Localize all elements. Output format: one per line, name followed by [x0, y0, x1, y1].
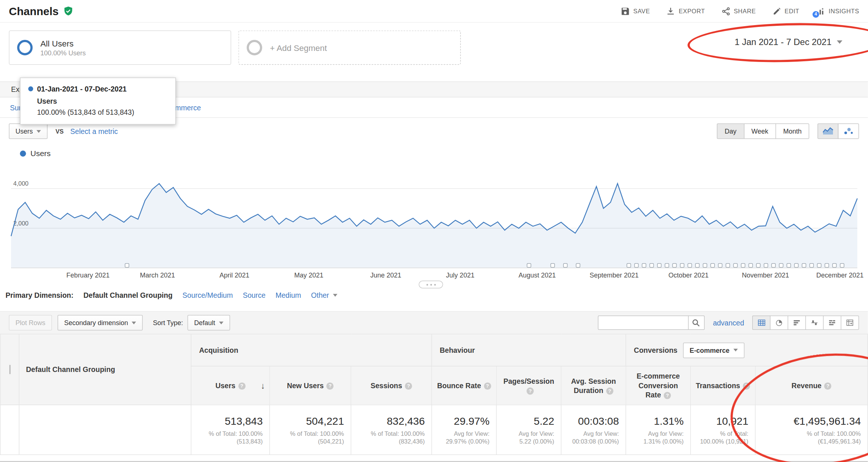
chevron-down-icon	[733, 349, 738, 352]
column-header-avg-session-duration[interactable]: Avg. Session Duration	[561, 366, 626, 405]
insights-button[interactable]: 4 INSIGHTS	[816, 7, 859, 15]
performance-view-button[interactable]	[788, 316, 806, 330]
segment-all-users[interactable]: All Users 100.00% Users	[9, 31, 231, 65]
chevron-down-icon	[132, 321, 136, 324]
granularity-month-button[interactable]: Month	[775, 124, 809, 139]
select-all-cell	[0, 334, 19, 405]
series-tooltip: 01-Jan-2021 - 07-Dec-2021 Users 100.00% …	[20, 77, 176, 125]
plot-rows-button[interactable]: Plot Rows	[9, 315, 52, 331]
metric-dropdown[interactable]: Users	[9, 124, 48, 139]
column-header-transactions[interactable]: Transactions	[691, 366, 756, 405]
help-icon[interactable]	[484, 383, 491, 390]
totals-sessions: 832,436 % of Total: 100.00%(832,436)	[351, 405, 432, 455]
percentage-view-button[interactable]	[770, 316, 788, 330]
sort-descending-icon	[261, 380, 265, 390]
vs-label: VS	[56, 128, 64, 135]
users-over-time-chart[interactable]: 2,0004,000February 2021March 2021April 2…	[0, 160, 868, 285]
svg-text:April 2021: April 2021	[219, 272, 249, 279]
svg-text:June 2021: June 2021	[370, 272, 401, 279]
column-header-ecommerce-conversion-rate[interactable]: E-commerce Conversion Rate	[626, 366, 691, 405]
column-header-sessions[interactable]: Sessions	[351, 366, 432, 405]
verified-shield-icon	[64, 6, 73, 16]
column-header-users[interactable]: Users	[191, 366, 270, 405]
report-actions: SAVE EXPORT SHARE EDIT 4 INSIGHTS	[621, 7, 859, 15]
help-icon[interactable]	[606, 387, 614, 394]
totals-revenue: €1,495,961.34 % of Total: 100.00%(€1,495…	[755, 405, 868, 455]
motion-chart-view-button[interactable]	[838, 124, 859, 139]
pivot-view-button[interactable]	[841, 316, 859, 330]
help-icon[interactable]	[743, 383, 750, 390]
svg-text:February 2021: February 2021	[66, 272, 110, 279]
totals-row: 513,843 % of Total: 100.00%(513,843) 504…	[0, 405, 868, 455]
search-icon	[692, 318, 701, 327]
svg-text:September 2021: September 2021	[590, 272, 639, 279]
export-icon	[667, 7, 675, 15]
comparison-bars-icon	[811, 320, 818, 326]
table-view-switcher	[752, 316, 859, 330]
add-segment-button[interactable]: + Add Segment	[239, 31, 461, 65]
svg-text:November 2021: November 2021	[742, 272, 789, 279]
chevron-down-icon	[37, 130, 41, 133]
help-icon[interactable]	[238, 383, 246, 390]
term-cloud-view-button[interactable]	[823, 316, 841, 330]
totals-dimension-cell	[19, 405, 191, 455]
pivot-icon	[846, 320, 854, 326]
sort-type-dropdown[interactable]: Default	[187, 315, 230, 331]
save-button[interactable]: SAVE	[621, 7, 650, 15]
svg-text:December 2021: December 2021	[816, 272, 864, 279]
totals-pages-session: 5.22 Avg for View:5.22 (0.00%)	[496, 405, 561, 455]
annotations-drawer-handle[interactable]	[419, 281, 443, 289]
dimension-source-medium-link[interactable]: Source/Medium	[183, 291, 233, 299]
chart-legend: Users	[0, 147, 868, 160]
help-icon[interactable]	[664, 392, 671, 399]
totals-users: 513,843 % of Total: 100.00%(513,843)	[191, 405, 270, 455]
granularity-day-button[interactable]: Day	[717, 124, 744, 139]
segment-row: All Users 100.00% Users + Add Segment 1 …	[0, 23, 868, 82]
search-button[interactable]	[688, 316, 705, 330]
column-header-bounce-rate[interactable]: Bounce Rate	[432, 366, 497, 405]
chevron-down-icon	[219, 321, 223, 324]
totals-new-users: 504,221 % of Total: 100.00%(504,221)	[270, 405, 351, 455]
segment-subtitle: 100.00% Users	[41, 49, 86, 57]
granularity-week-button[interactable]: Week	[744, 124, 776, 139]
help-icon[interactable]	[824, 383, 831, 390]
column-header-pages-session[interactable]: Pages/Session	[496, 366, 561, 405]
dimension-medium-link[interactable]: Medium	[275, 291, 301, 299]
column-header-new-users[interactable]: New Users	[270, 366, 351, 405]
insights-count-badge: 4	[813, 11, 819, 17]
comparison-view-button[interactable]	[805, 316, 824, 330]
group-header-conversions: Conversions E-commerce	[626, 334, 868, 366]
secondary-dimension-dropdown[interactable]: Secondary dimension	[58, 315, 143, 331]
dimension-other-link[interactable]: Other	[311, 291, 337, 299]
advanced-search-link[interactable]: advanced	[713, 318, 744, 327]
data-table-view-button[interactable]	[752, 316, 771, 330]
column-header-revenue[interactable]: Revenue	[755, 366, 868, 405]
line-chart-view-button[interactable]	[817, 124, 839, 139]
share-button[interactable]: SHARE	[722, 7, 756, 15]
select-a-metric-link[interactable]: Select a metric	[70, 127, 118, 135]
select-all-checkbox[interactable]	[9, 365, 10, 375]
totals-transactions: 10,921 % of Total:100.00% (10,921)	[691, 405, 756, 455]
chart-type-toggle	[818, 124, 859, 139]
users-over-time-chart-section: Users 2,0004,000February 2021March 2021A…	[0, 145, 868, 285]
area-chart-icon	[823, 127, 834, 135]
dimension-source-link[interactable]: Source	[243, 291, 265, 299]
help-icon[interactable]	[326, 383, 334, 390]
svg-text:May 2021: May 2021	[294, 272, 323, 279]
table-search-input[interactable]	[598, 316, 688, 330]
add-segment-ring-icon	[247, 40, 262, 55]
export-button[interactable]: EXPORT	[667, 7, 705, 15]
help-icon[interactable]	[405, 383, 412, 390]
edit-button[interactable]: EDIT	[772, 7, 799, 15]
help-icon[interactable]	[527, 387, 534, 394]
conversions-goal-selector[interactable]: E-commerce	[683, 342, 744, 358]
dimension-default-channel-grouping: Default Channel Grouping	[83, 291, 173, 299]
totals-avg-session-duration: 00:03:08 Avg for View:00:03:08 (0.00%)	[561, 405, 626, 455]
page-title: Channels	[9, 5, 59, 18]
primary-dimension-bar: Primary Dimension: Default Channel Group…	[0, 286, 868, 304]
sort-type-label: Sort Type:	[153, 319, 183, 327]
chevron-down-icon	[837, 41, 843, 44]
date-range-selector[interactable]: 1 Jan 2021 - 7 Dec 2021	[735, 37, 859, 47]
granularity-toggle: Day Week Month	[717, 124, 809, 139]
tooltip-metric: Users	[37, 97, 168, 106]
